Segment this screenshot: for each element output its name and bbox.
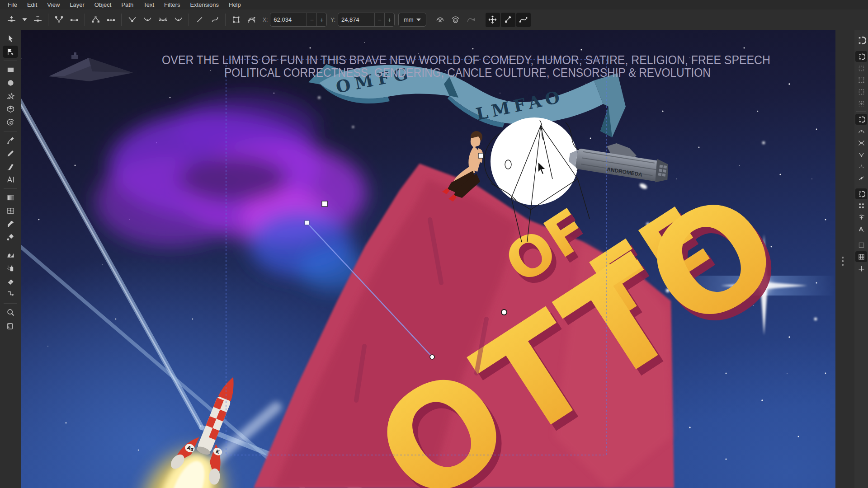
tool-pen[interactable] — [3, 134, 18, 146]
show-transform-handles-toggle[interactable] — [486, 13, 500, 27]
break-nodes-button[interactable] — [88, 13, 103, 27]
stroke-to-path-button[interactable] — [244, 13, 259, 27]
tweak-icon — [6, 251, 15, 259]
snap-object-centers-icon — [858, 202, 865, 210]
tool-dropper[interactable] — [3, 218, 18, 230]
menu-text[interactable]: Text — [138, 0, 159, 9]
delete-node-icon — [33, 15, 42, 24]
insert-node-options-button[interactable] — [19, 13, 29, 27]
menu-view[interactable]: View — [42, 0, 65, 9]
menu-file[interactable]: File — [3, 0, 22, 9]
menu-edit[interactable]: Edit — [22, 0, 42, 9]
tool-selector[interactable] — [3, 33, 18, 45]
tool-paint-bucket[interactable] — [3, 231, 18, 243]
snap-guides-toggle[interactable] — [855, 263, 867, 274]
node-auto-smooth-button[interactable] — [171, 13, 185, 27]
menu-layer[interactable]: Layer — [65, 0, 90, 9]
tool-mesh-gradient[interactable] — [3, 205, 18, 217]
snap-bbox-midpoints-toggle[interactable] — [855, 86, 867, 97]
x-increment-button[interactable]: + — [316, 13, 326, 26]
x-coordinate-input[interactable] — [270, 16, 307, 23]
tool-node-editor[interactable] — [3, 46, 18, 58]
snap-object-centers-toggle[interactable] — [855, 200, 867, 211]
tool-spray[interactable] — [3, 262, 18, 274]
y-coordinate-input[interactable] — [338, 16, 374, 23]
snap-rotation-centers-toggle[interactable] — [855, 212, 867, 223]
tool-pencil[interactable] — [3, 147, 18, 160]
tool-eraser[interactable] — [3, 275, 18, 287]
snap-bbox-corners-toggle[interactable] — [855, 75, 867, 85]
tool-gradient[interactable] — [3, 192, 18, 204]
snap-bounding-box-toggle[interactable] — [855, 51, 867, 62]
x-decrement-button[interactable]: − — [307, 13, 316, 26]
snap-cusp-nodes-toggle[interactable] — [855, 149, 867, 160]
menu-path[interactable]: Path — [116, 0, 138, 9]
toolbar-separator — [189, 14, 189, 26]
menu-help[interactable]: Help — [224, 0, 246, 9]
join-nodes-button[interactable] — [52, 13, 66, 27]
snap-line-midpoints-toggle[interactable] — [855, 173, 867, 183]
next-path-effect-parameter-button — [464, 13, 478, 27]
node-handle-square[interactable] — [322, 201, 327, 206]
snap-grids-toggle[interactable] — [855, 251, 867, 262]
delete-segment-button[interactable] — [104, 13, 118, 27]
node-handle-square[interactable] — [478, 153, 483, 158]
toolbox — [0, 30, 21, 488]
tool-ellipse[interactable] — [3, 77, 18, 89]
tool-zoom[interactable] — [3, 306, 18, 319]
menu-filters[interactable]: Filters — [159, 0, 185, 9]
show-bezier-handles-toggle[interactable] — [501, 13, 515, 27]
snap-icon — [857, 36, 866, 45]
tool-rectangle[interactable] — [3, 64, 18, 76]
tool-box-3d[interactable] — [3, 103, 18, 115]
snap-intersections-toggle[interactable] — [855, 137, 867, 148]
tool-connector[interactable] — [3, 288, 18, 300]
snap-smooth-nodes-toggle[interactable] — [855, 161, 867, 172]
tool-calligraphy[interactable] — [3, 160, 18, 173]
panel-grip-handle[interactable] — [842, 257, 844, 266]
unit-value: mm — [404, 16, 414, 23]
segment-curve-button[interactable] — [208, 13, 222, 27]
chevron-down-icon — [416, 19, 421, 21]
tool-measure[interactable] — [3, 319, 18, 332]
unit-dropdown[interactable]: mm — [398, 13, 426, 27]
insert-node-button[interactable] — [4, 13, 19, 27]
snap-bbox-edges-toggle[interactable] — [855, 63, 867, 74]
snap-text-anchors-toggle[interactable] — [855, 224, 867, 235]
node-smooth-button[interactable] — [140, 13, 155, 27]
tool-tweak[interactable] — [3, 249, 18, 261]
y-decrement-button[interactable]: − — [374, 13, 384, 26]
tool-spiral[interactable] — [3, 116, 18, 128]
snap-nodes-icon — [858, 116, 865, 123]
node-tool-toolbar: X: − + Y: − + mm — [0, 9, 868, 30]
snap-master-toggle[interactable] — [855, 33, 867, 47]
show-path-outline-toggle[interactable] — [516, 13, 531, 27]
node-corner-button[interactable] — [125, 13, 139, 27]
snap-page-border-toggle[interactable] — [855, 239, 867, 250]
object-to-path-button[interactable] — [229, 13, 243, 27]
tool-star[interactable] — [3, 90, 18, 102]
canvas[interactable]: FE OF OTTO FE OF OTTO — [21, 30, 835, 488]
snap-nodes-toggle[interactable] — [855, 114, 867, 125]
segment-line-button[interactable] — [192, 13, 207, 27]
snap-to-paths-toggle[interactable] — [855, 126, 867, 136]
join-with-segment-button[interactable] — [67, 13, 81, 27]
eraser-icon — [6, 277, 15, 286]
snap-bbox-centers-toggle[interactable] — [855, 98, 867, 109]
snap-cusp-icon — [858, 151, 865, 159]
node-handle-circle[interactable] — [430, 355, 434, 359]
pen-icon — [6, 136, 15, 145]
node-handle-square[interactable] — [305, 221, 309, 225]
edit-mask-path-button[interactable] — [448, 13, 463, 27]
menu-object[interactable]: Object — [90, 0, 117, 9]
node-handle-circle[interactable] — [501, 310, 507, 315]
snap-others-toggle[interactable] — [855, 188, 867, 199]
toolbox-separator — [4, 246, 17, 246]
edit-clip-path-button[interactable] — [433, 13, 448, 27]
y-increment-button[interactable]: + — [384, 13, 394, 26]
node-symmetric-button[interactable] — [156, 13, 170, 27]
tool-text[interactable] — [3, 174, 18, 186]
delete-node-button[interactable] — [30, 13, 45, 27]
menu-extensions[interactable]: Extensions — [185, 0, 224, 9]
delete-segment-icon — [106, 15, 116, 24]
